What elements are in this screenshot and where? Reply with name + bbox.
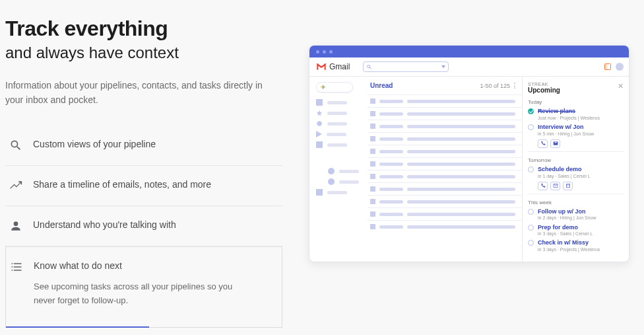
more-menu-icon[interactable] xyxy=(514,83,515,89)
phone-chip[interactable] xyxy=(538,182,548,190)
star-icon xyxy=(316,110,323,116)
task-checkbox[interactable] xyxy=(528,167,534,172)
calendar-chip[interactable] xyxy=(563,182,573,190)
gmail-m-icon xyxy=(316,63,327,71)
section-today: Today xyxy=(528,99,624,105)
task-checkbox[interactable] xyxy=(528,240,534,246)
feature-know-next[interactable]: Know what to do next See upcoming tasks … xyxy=(5,246,282,327)
feature-title: Share a timeline of emails, notes, and m… xyxy=(33,179,211,190)
feature-list: Custom views of your pipeline Share a ti… xyxy=(5,126,282,327)
message-row[interactable] xyxy=(368,170,522,182)
message-row[interactable] xyxy=(368,195,522,207)
task-title: Interview w/ Jon xyxy=(538,124,624,131)
nav-label-placeholder xyxy=(327,122,347,126)
streak-panel: STREAK Upcoming ✕ Today Review plans Jus… xyxy=(522,77,629,262)
message-row[interactable] xyxy=(368,207,522,220)
message-row[interactable] xyxy=(368,132,522,145)
nav-item[interactable] xyxy=(316,131,368,137)
nav-label-placeholder xyxy=(339,170,359,173)
message-row[interactable] xyxy=(368,94,522,107)
close-icon[interactable]: ✕ xyxy=(618,82,624,91)
svg-point-2 xyxy=(317,121,322,126)
nav-item[interactable] xyxy=(316,99,368,106)
message-row[interactable] xyxy=(368,182,522,195)
task-title: Check in w/ Missy xyxy=(538,239,624,246)
task-item[interactable]: Check in w/ Missy in 3 days · Projects |… xyxy=(528,239,624,252)
square-icon xyxy=(316,99,323,106)
nav-item[interactable] xyxy=(316,120,368,127)
task-title: Schedule demo xyxy=(538,166,624,173)
page-heading: Track everything xyxy=(5,16,282,41)
phone-chip[interactable] xyxy=(538,139,548,148)
message-row[interactable] xyxy=(368,220,522,233)
nav-label-placeholder xyxy=(327,101,347,104)
task-checkbox[interactable] xyxy=(528,225,534,231)
sent-icon xyxy=(316,131,322,137)
nav-item[interactable] xyxy=(316,178,368,185)
nav-item[interactable] xyxy=(316,189,368,196)
dot-icon xyxy=(328,168,335,174)
task-title: Prep for demo xyxy=(538,224,624,231)
inbox-count: 1-50 of 125 xyxy=(480,83,510,89)
inbox-tab-unread[interactable]: Unread xyxy=(370,82,393,89)
mail-chip[interactable] xyxy=(550,182,560,190)
section-thisweek: This week xyxy=(528,200,624,205)
phone-icon xyxy=(540,141,546,146)
feature-desc: See upcoming tasks across all your pipel… xyxy=(34,280,251,307)
inbox-main: Unread 1-50 of 125 xyxy=(368,77,522,262)
svg-rect-4 xyxy=(566,184,569,188)
dot-icon xyxy=(328,178,335,185)
task-item[interactable]: Interview w/ Jon in 5 min · Hiring | Jon… xyxy=(528,124,624,137)
task-checkbox-done[interactable] xyxy=(528,108,534,114)
nav-item[interactable] xyxy=(316,168,368,174)
section-tomorrow: Tomorrow xyxy=(528,157,624,163)
task-checkbox[interactable] xyxy=(528,209,534,215)
nav-label-placeholder xyxy=(327,143,347,147)
message-row[interactable] xyxy=(368,120,522,132)
calendar-icon xyxy=(565,183,571,188)
window-dot xyxy=(316,50,319,54)
nav-label-placeholder xyxy=(327,112,347,115)
task-item[interactable]: Follow up w/ Jon in 2 days · Hiring | Jo… xyxy=(528,208,624,221)
task-item[interactable]: Prep for demo in 3 days · Sales | Cersei… xyxy=(528,224,624,237)
gmail-sidebar: + xyxy=(309,77,368,262)
feature-title: Understand who you're talking with xyxy=(33,219,176,230)
task-meta: in 2 days · Hiring | Jon Snow xyxy=(538,215,624,221)
window-titlebar xyxy=(309,46,629,57)
search-icon xyxy=(9,139,22,152)
compose-button[interactable]: + xyxy=(316,82,353,93)
feature-custom-views[interactable]: Custom views of your pipeline xyxy=(5,126,282,166)
mail-icon xyxy=(553,141,558,146)
nav-label-placeholder xyxy=(339,180,359,184)
search-icon xyxy=(366,64,372,70)
app-window: Gmail + xyxy=(309,45,629,262)
window-dot xyxy=(323,50,326,54)
page-subheading: and always have context xyxy=(5,42,282,63)
task-title: Review plans xyxy=(538,108,624,115)
avatar[interactable] xyxy=(616,63,624,71)
feature-timeline[interactable]: Share a timeline of emails, notes, and m… xyxy=(5,166,282,206)
square-icon xyxy=(316,141,323,148)
nav-item[interactable] xyxy=(316,141,368,148)
search-input[interactable] xyxy=(363,61,449,72)
task-checkbox[interactable] xyxy=(528,124,534,130)
gmail-logo: Gmail xyxy=(316,62,350,71)
streak-panel-title: Upcoming xyxy=(528,87,560,94)
feature-understand[interactable]: Understand who you're talking with xyxy=(5,206,282,246)
nav-label-placeholder xyxy=(327,133,346,136)
streak-box-icon[interactable] xyxy=(604,63,612,71)
mail-chip[interactable] xyxy=(550,139,560,148)
checklist-icon xyxy=(10,260,23,274)
message-list xyxy=(368,94,522,233)
message-row[interactable] xyxy=(368,157,522,170)
gmail-brand-text: Gmail xyxy=(329,62,350,71)
nav-item[interactable] xyxy=(316,110,368,116)
page-lead: Information about your pipelines, contac… xyxy=(5,78,269,108)
message-row[interactable] xyxy=(368,145,522,157)
graph-icon xyxy=(9,179,22,192)
message-row[interactable] xyxy=(368,107,522,120)
task-item[interactable]: Review plans Just now · Projects | Weste… xyxy=(528,108,624,121)
dropdown-caret-icon xyxy=(441,65,445,68)
task-meta: in 3 days · Sales | Cersei L xyxy=(538,231,624,237)
task-item[interactable]: Schedule demo in 1 day · Sales | Cersei … xyxy=(528,166,624,179)
